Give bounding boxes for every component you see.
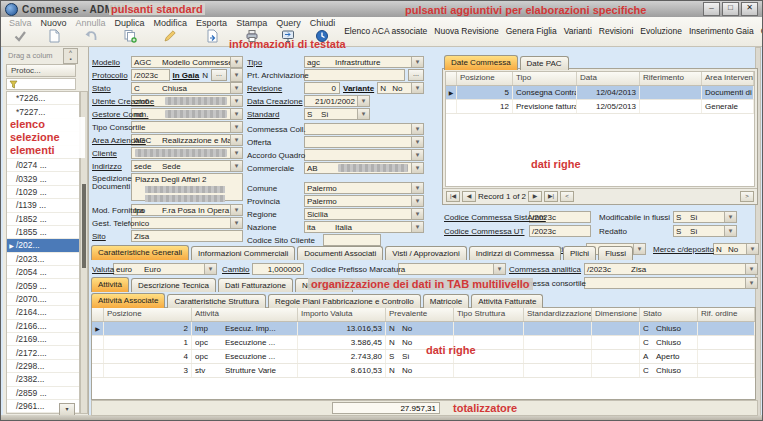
- list-item[interactable]: /2859 ...: [7, 387, 79, 400]
- stato-field[interactable]: CChiusa: [131, 82, 243, 94]
- gest-telefonico-dropdown-icon[interactable]: [230, 218, 242, 228]
- list-item[interactable]: /0329 ...: [7, 172, 79, 185]
- col-standardizzazione[interactable]: Standardizzazione: [524, 308, 592, 321]
- date-row[interactable]: 12 Previsione fattura... 12/05/2013 Gene…: [446, 100, 754, 114]
- provincia-field[interactable]: Palermo: [304, 195, 424, 207]
- redatto-field[interactable]: SSì: [673, 225, 737, 237]
- stato-label[interactable]: Stato: [92, 84, 111, 93]
- protocollo-label[interactable]: Protocollo: [92, 71, 128, 80]
- inserimento-gaia-button[interactable]: Inserimento Gaia: [689, 26, 754, 36]
- commessa-analitica-label[interactable]: Commessa analitica: [509, 265, 581, 274]
- indirizzo-dropdown-icon[interactable]: [230, 161, 242, 171]
- tab-indirizzi-di-commessa[interactable]: Indirizzi di Commessa: [469, 246, 561, 260]
- modificabile-field[interactable]: SSì: [673, 211, 737, 223]
- valuta-dropdown-icon[interactable]: [204, 264, 216, 274]
- codice-ut-label[interactable]: Codice Commessa UT: [444, 227, 524, 236]
- tab-flussi[interactable]: Flussi: [598, 246, 633, 260]
- list-item[interactable]: /0274 ...: [7, 159, 79, 172]
- indirizzo-field[interactable]: sedeSede: [131, 160, 243, 172]
- gestore-comm-label[interactable]: Gestore Comm.: [92, 110, 148, 119]
- standard-field[interactable]: SSì: [304, 108, 370, 120]
- cliente-label[interactable]: Cliente: [92, 149, 117, 158]
- cliente-field[interactable]: [131, 147, 243, 159]
- commessa-analitica-field[interactable]: /2023cZisa: [584, 263, 758, 275]
- codice-sistamm-label[interactable]: Codice Commessa SistAmm: [444, 213, 546, 222]
- prefisso-dropdown-icon[interactable]: [493, 264, 505, 274]
- list-item[interactable]: /2166....: [7, 320, 79, 333]
- protocollo-more-button[interactable]: [211, 69, 227, 81]
- data-creazione-dropdown-icon[interactable]: [357, 96, 369, 106]
- maximize-button[interactable]: [722, 2, 739, 16]
- cambio-field[interactable]: 1,000000: [252, 263, 304, 275]
- tab-dati-fatturazione[interactable]: Dati Fatturazione: [218, 278, 293, 292]
- scroll-left-button[interactable]: <: [560, 191, 574, 202]
- merce-field[interactable]: NNo: [713, 243, 759, 255]
- area-aziendale-label[interactable]: Area Aziendale: [92, 136, 146, 145]
- comune-dropdown-icon[interactable]: [411, 183, 423, 193]
- tab-visti-approvazioni[interactable]: Visti / Approvazioni: [385, 246, 466, 260]
- prt-archiviazione-more-button[interactable]: [408, 69, 424, 81]
- filter-row[interactable]: [6, 78, 76, 90]
- cambio-label[interactable]: Cambio: [222, 265, 250, 274]
- sito-label[interactable]: Sito: [92, 232, 106, 241]
- col-riferimento[interactable]: Riferimento: [640, 72, 702, 85]
- list-item[interactable]: /1029 ...: [7, 186, 79, 199]
- list-item[interactable]: /2054 ...: [7, 266, 79, 279]
- tipo-field[interactable]: agcInfrastrutture: [304, 56, 424, 68]
- provincia-dropdown-icon[interactable]: [411, 196, 423, 206]
- varianti-button[interactable]: Varianti: [564, 26, 592, 36]
- tab-date-pac[interactable]: Date PAC: [520, 56, 569, 70]
- comune-field[interactable]: Palermo: [304, 182, 424, 194]
- prev-record-button[interactable]: ◀: [462, 191, 476, 202]
- nazione-dropdown-icon[interactable]: [411, 222, 423, 232]
- minimize-button[interactable]: [703, 2, 720, 16]
- mod-fornitura-dropdown-icon[interactable]: [230, 205, 242, 215]
- next-record-button[interactable]: ▶: [528, 191, 542, 202]
- list-item[interactable]: /2164....: [7, 306, 79, 319]
- tab-attivita-fatturate[interactable]: Attività Fatturate: [471, 294, 543, 308]
- elenco-aca-button[interactable]: Elenco ACA associate: [344, 26, 427, 36]
- scroll-right-button[interactable]: >: [740, 191, 754, 202]
- indirizzo-label[interactable]: Indirizzo: [92, 162, 122, 171]
- tipo-consortile-dropdown-icon[interactable]: [230, 122, 242, 132]
- tab-informazioni-commerciali[interactable]: Informazioni Commerciali: [191, 246, 295, 260]
- tab-caratteristiche-struttura[interactable]: Caratteristiche Struttura: [167, 294, 265, 308]
- list-item[interactable]: /1855 ...: [7, 226, 79, 239]
- codice-ut-field[interactable]: /2023c: [529, 225, 591, 237]
- list-item[interactable]: /2169....: [7, 333, 79, 346]
- list-item-selected[interactable]: /202...: [7, 239, 79, 252]
- protocollo-value[interactable]: /2023c: [131, 69, 170, 81]
- variante-link[interactable]: Variante: [343, 84, 374, 93]
- sito-field[interactable]: Zisa: [131, 230, 243, 242]
- commessa-coll-dropdown-icon[interactable]: [411, 124, 423, 134]
- list-item[interactable]: /1139 ...: [7, 199, 79, 212]
- revisioni-button[interactable]: Revisioni: [599, 26, 634, 36]
- activity-row-selected[interactable]: 2 impEsecuz. Imp... 13.016,53 NNo CChius…: [92, 322, 755, 336]
- col-prevalente[interactable]: Prevalente: [386, 308, 454, 321]
- save-button[interactable]: Salva: [9, 18, 32, 43]
- tab-plichi[interactable]: Plichi: [563, 246, 596, 260]
- tab-attivita[interactable]: Attività: [91, 277, 129, 292]
- standard-label[interactable]: Standard: [247, 110, 279, 119]
- list-item[interactable]: /1852 ...: [7, 213, 79, 226]
- list-item[interactable]: /2059 ...: [7, 279, 79, 292]
- accordo-quadro-dropdown-icon[interactable]: [411, 150, 423, 160]
- analitica-dropdown-icon[interactable]: [745, 264, 757, 274]
- nuova-revisione-button[interactable]: Nuova Revisione: [434, 26, 498, 36]
- stato-dropdown-icon[interactable]: [230, 83, 242, 93]
- tipo-dropdown-icon[interactable]: [411, 57, 423, 67]
- commerciale-dropdown-icon[interactable]: [411, 163, 423, 173]
- list-item[interactable]: /2382...: [7, 373, 79, 386]
- protocol-column-header[interactable]: Protoc...: [6, 64, 76, 77]
- commerciale-field[interactable]: AB: [304, 162, 424, 174]
- tab-descrizione-tecnica[interactable]: Descrizione Tecnica: [131, 278, 216, 292]
- modificabile-dropdown-icon[interactable]: [724, 212, 736, 222]
- pr efisso-field[interactable]: [398, 263, 506, 275]
- standard-dropdown-icon[interactable]: [357, 109, 369, 119]
- scrollbar-thumb[interactable]: [82, 184, 86, 268]
- valuta-label[interactable]: Valuta: [92, 265, 114, 274]
- evoluzione-button[interactable]: Evoluzione: [640, 26, 682, 36]
- merce-dropdown-icon[interactable]: [746, 244, 758, 254]
- tab-date-commessa[interactable]: Date Commessa: [444, 55, 518, 70]
- col-dimensione[interactable]: Dimensione: [592, 308, 640, 321]
